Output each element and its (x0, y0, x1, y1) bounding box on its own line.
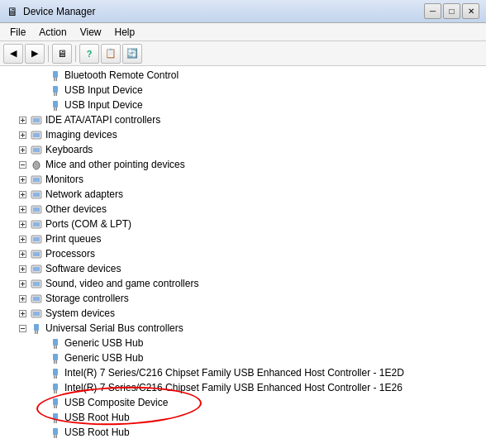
svg-rect-5 (56, 93, 58, 96)
tree-item-kbd[interactable]: Keyboards (0, 142, 486, 157)
computer-button[interactable]: 🖥 (52, 44, 72, 64)
device-icon-usbcomp (49, 396, 62, 409)
tree-item-mon[interactable]: Monitors (0, 172, 486, 187)
update-button[interactable]: 🔄 (122, 44, 142, 64)
device-icon-ports (30, 217, 43, 231)
device-icon-bt (49, 69, 62, 82)
expand-btn-mice[interactable] (17, 158, 30, 171)
expand-btn-mon[interactable] (17, 173, 30, 186)
svg-rect-76 (33, 312, 40, 316)
svg-rect-79 (34, 324, 39, 331)
expand-btn-proc[interactable] (17, 247, 30, 260)
svg-rect-1 (54, 78, 55, 81)
expand-btn-sound[interactable] (17, 277, 30, 290)
svg-rect-2 (56, 78, 58, 81)
expand-btn-img[interactable] (17, 128, 30, 141)
svg-rect-96 (56, 405, 58, 408)
expand-btn-ports[interactable] (17, 217, 30, 231)
svg-rect-3 (53, 86, 58, 93)
svg-rect-88 (53, 369, 58, 375)
help-button[interactable]: ? (79, 44, 99, 64)
tree-item-usbcomp[interactable]: USB Composite Device (0, 395, 486, 410)
device-icon-usbroot2 (49, 426, 62, 439)
device-label-mon: Monitors (45, 174, 83, 185)
properties-button[interactable]: 📋 (101, 44, 121, 64)
device-label-usb2: USB Input Device (64, 99, 143, 111)
tree-item-soft[interactable]: Software devices (0, 261, 486, 276)
tree-item-stor[interactable]: Storage controllers (0, 291, 486, 306)
menu-action[interactable]: Action (32, 25, 73, 40)
tree-item-print[interactable]: Print queues (0, 231, 486, 246)
expand-btn-other[interactable] (17, 203, 30, 216)
expand-btn-net[interactable] (17, 188, 30, 201)
expand-btn-usbcomp (40, 396, 49, 409)
tree-item-usb2[interactable]: USB Input Device (0, 98, 486, 112)
svg-rect-100 (53, 428, 58, 435)
expand-btn-stor[interactable] (17, 292, 30, 305)
device-label-kbd: Keyboards (45, 144, 93, 155)
maximize-button[interactable]: □ (443, 3, 460, 19)
svg-rect-36 (33, 193, 40, 197)
content-wrapper: Bluetooth Remote ControlUSB Input Device… (0, 66, 486, 448)
tree-item-net[interactable]: Network adapters (0, 187, 486, 202)
device-icon-net (30, 188, 43, 201)
tree-item-intel2[interactable]: Intel(R) 7 Series/C216 Chipset Family US… (0, 380, 486, 395)
tree-item-usb1[interactable]: USB Input Device (0, 83, 486, 98)
tree-item-ide[interactable]: IDE ATA/ATAPI controllers (0, 112, 486, 127)
device-icon-usb1 (49, 83, 62, 97)
device-icon-mon (30, 173, 43, 186)
device-icon-img (30, 128, 43, 141)
close-button[interactable]: ✕ (462, 3, 479, 19)
svg-rect-85 (53, 354, 58, 360)
menu-file[interactable]: File (3, 25, 32, 40)
tree-item-bt[interactable]: Bluetooth Remote Control (0, 68, 486, 83)
device-icon-proc (30, 247, 43, 260)
svg-rect-93 (56, 390, 58, 393)
tree-item-usbroot2[interactable]: USB Root Hub (0, 425, 486, 440)
expand-btn-bt (40, 69, 49, 82)
toolbar-separator-2 (75, 45, 76, 62)
svg-rect-82 (53, 339, 58, 346)
expand-btn-usb-root[interactable] (17, 322, 30, 335)
expand-btn-soft[interactable] (17, 262, 30, 275)
menu-help[interactable]: Help (108, 25, 142, 40)
expand-btn-intel1 (40, 366, 49, 379)
minimize-button[interactable]: ─ (424, 3, 441, 19)
svg-rect-80 (35, 331, 36, 334)
forward-button[interactable]: ▶ (25, 44, 45, 64)
tree-item-usb-root[interactable]: Universal Serial Bus controllers (0, 321, 486, 336)
tree-item-usbroot1[interactable]: USB Root Hub (0, 410, 486, 425)
device-label-other: Other devices (45, 203, 107, 215)
tree-item-intel1[interactable]: Intel(R) 7 Series/C216 Chipset Family US… (0, 365, 486, 380)
menu-view[interactable]: View (74, 25, 108, 40)
tree-item-ghub2[interactable]: Generic USB Hub (0, 350, 486, 365)
tree-item-img[interactable]: Imaging devices (0, 127, 486, 142)
tree-item-mice[interactable]: Mice and other pointing devices (0, 157, 486, 172)
device-icon-stor (30, 292, 43, 305)
tree-item-ports[interactable]: Ports (COM & LPT) (0, 217, 486, 231)
svg-rect-8 (56, 107, 58, 111)
expand-btn-print[interactable] (17, 232, 30, 245)
device-label-usb1: USB Input Device (64, 84, 143, 96)
toolbar: ◀ ▶ 🖥 ? 📋 🔄 (0, 41, 486, 66)
expand-btn-ide[interactable] (17, 113, 30, 126)
svg-rect-98 (54, 420, 55, 423)
device-icon-usbroot1 (49, 411, 62, 424)
device-icon-intel2 (49, 381, 62, 394)
app-icon: 🖥 (7, 5, 18, 18)
tree-item-other[interactable]: Other devices (0, 202, 486, 217)
svg-rect-94 (53, 398, 58, 405)
svg-rect-41 (33, 207, 40, 212)
back-button[interactable]: ◀ (3, 44, 23, 64)
svg-rect-102 (56, 435, 58, 438)
tree-item-ghub1[interactable]: Generic USB Hub (0, 336, 486, 350)
expand-btn-sys[interactable] (17, 307, 30, 320)
svg-rect-71 (33, 297, 40, 301)
expand-btn-kbd[interactable] (17, 143, 30, 156)
svg-rect-90 (56, 375, 58, 379)
tree-item-sys[interactable]: System devices (0, 306, 486, 321)
tree-item-sound[interactable]: Sound, video and game controllers (0, 276, 486, 291)
tree-item-proc[interactable]: Processors (0, 246, 486, 261)
svg-rect-101 (54, 435, 55, 438)
title-bar-left: 🖥 Device Manager (7, 5, 95, 18)
